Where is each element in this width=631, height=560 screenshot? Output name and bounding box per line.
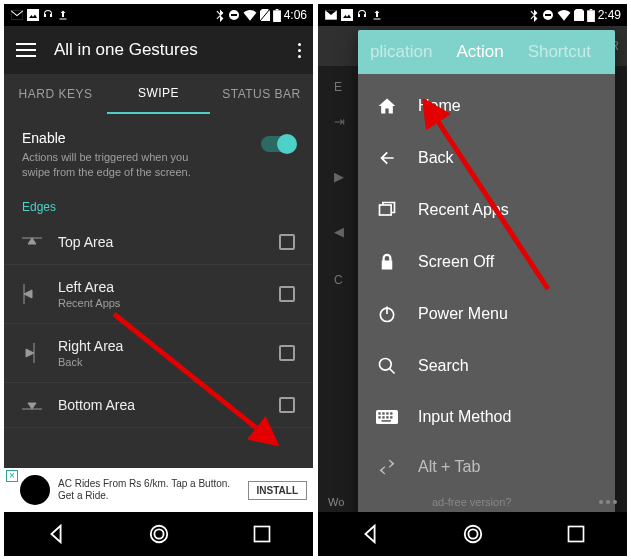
wifi-icon [557, 9, 571, 21]
tab-shortcut[interactable]: Shortcut [516, 42, 603, 62]
action-alt-tab[interactable]: Alt + Tab [358, 442, 615, 492]
keyboard-icon [376, 409, 398, 425]
bluetooth-icon [215, 8, 225, 22]
row-label: Top Area [58, 234, 279, 250]
svg-point-17 [380, 359, 392, 371]
dnd-icon [542, 9, 554, 21]
left-edge-icon [22, 284, 58, 304]
tab-status-bar[interactable]: STATUS BAR [210, 74, 313, 114]
svg-rect-23 [390, 412, 392, 414]
gmail-icon [10, 9, 24, 21]
svg-rect-0 [27, 9, 39, 21]
svg-rect-12 [587, 10, 595, 22]
gmail-icon [324, 9, 338, 21]
svg-rect-5 [275, 9, 278, 10]
svg-rect-14 [380, 205, 392, 215]
svg-line-18 [390, 369, 395, 374]
action-search[interactable]: Search [358, 340, 615, 392]
svg-rect-4 [273, 10, 281, 22]
enable-row[interactable]: Enable Actions will be triggered when yo… [4, 114, 313, 190]
action-back[interactable]: Back [358, 132, 615, 184]
svg-rect-13 [589, 9, 592, 10]
tab-swipe[interactable]: SWIPE [107, 74, 210, 114]
dialog-tabs: plication Action Shortcut [358, 30, 615, 74]
svg-point-29 [465, 526, 482, 543]
image-icon [27, 9, 39, 21]
swap-icon [376, 459, 398, 475]
svg-rect-20 [378, 412, 380, 414]
nav-bar [318, 512, 627, 556]
svg-point-6 [151, 526, 168, 543]
svg-rect-31 [569, 527, 584, 542]
nav-back-icon[interactable] [359, 523, 381, 545]
row-sub: Back [58, 356, 279, 368]
action-home[interactable]: Home [358, 80, 615, 132]
tab-application[interactable]: plication [358, 42, 444, 62]
svg-rect-2 [231, 14, 237, 16]
recent-icon [376, 200, 398, 220]
status-bar: 4:06 [4, 4, 313, 26]
checkbox[interactable] [279, 234, 295, 250]
row-left-area[interactable]: Left Area Recent Apps [4, 265, 313, 324]
ad-close-icon[interactable]: × [6, 470, 18, 482]
tab-action[interactable]: Action [444, 42, 515, 62]
bottom-edge-icon [22, 399, 58, 411]
nav-back-icon[interactable] [45, 523, 67, 545]
footer-right: ad-free version? [432, 496, 512, 508]
footer-left: Wo [328, 496, 344, 508]
status-bar: 2:49 [318, 4, 627, 26]
footer: Wo ad-free version? [328, 496, 617, 508]
lock-icon [376, 252, 398, 272]
action-screen-off[interactable]: Screen Off [358, 236, 615, 288]
ad-install-button[interactable]: INSTALL [248, 481, 307, 500]
nav-home-icon[interactable] [462, 523, 484, 545]
nav-home-icon[interactable] [148, 523, 170, 545]
row-right-area[interactable]: Right Area Back [4, 324, 313, 383]
svg-rect-27 [390, 416, 392, 418]
overflow-icon[interactable] [298, 43, 301, 58]
dnd-icon [228, 9, 240, 21]
battery-icon [587, 9, 595, 22]
screen-action-picker: 2:49 AR E ⇥ ▶ ◀ C plication Action Short… [318, 4, 627, 556]
tab-bar: HARD KEYS SWIPE STATUS BAR [4, 74, 313, 114]
action-label: Alt + Tab [418, 458, 480, 476]
search-icon [376, 356, 398, 376]
screen-settings: 4:06 All in one Gestures HARD KEYS SWIPE… [4, 4, 313, 556]
headset-icon [42, 9, 54, 21]
row-bottom-area[interactable]: Bottom Area [4, 383, 313, 428]
tab-hard-keys[interactable]: HARD KEYS [4, 74, 107, 114]
app-title: All in one Gestures [54, 40, 280, 60]
image-icon [341, 9, 353, 21]
edges-label: Edges [4, 190, 313, 220]
action-power-menu[interactable]: Power Menu [358, 288, 615, 340]
svg-rect-8 [255, 527, 270, 542]
action-recent-apps[interactable]: Recent Apps [358, 184, 615, 236]
enable-title: Enable [22, 130, 261, 146]
action-label: Search [418, 357, 469, 375]
svg-rect-26 [386, 416, 388, 418]
nav-bar [4, 512, 313, 556]
svg-rect-22 [386, 412, 388, 414]
top-edge-icon [22, 236, 58, 248]
ad-banner[interactable]: × AC Rides From Rs 6/km. Tap a Button. G… [4, 468, 313, 512]
row-label: Right Area [58, 338, 279, 354]
action-label: Back [418, 149, 454, 167]
row-top-area[interactable]: Top Area [4, 220, 313, 265]
nav-recent-icon[interactable] [252, 524, 272, 544]
enable-toggle[interactable] [261, 136, 295, 152]
menu-icon[interactable] [16, 43, 36, 57]
nav-recent-icon[interactable] [566, 524, 586, 544]
row-label: Bottom Area [58, 397, 279, 413]
checkbox[interactable] [279, 345, 295, 361]
svg-rect-25 [382, 416, 384, 418]
headset-icon [356, 9, 368, 21]
svg-rect-24 [378, 416, 380, 418]
checkbox[interactable] [279, 286, 295, 302]
checkbox[interactable] [279, 397, 295, 413]
svg-rect-11 [545, 14, 551, 16]
ad-text: AC Rides From Rs 6/km. Tap a Button. Get… [58, 478, 248, 502]
battery-icon [273, 9, 281, 22]
action-label: Input Method [418, 408, 511, 426]
action-input-method[interactable]: Input Method [358, 392, 615, 442]
enable-subtitle: Actions will be triggered when you swipe… [22, 150, 202, 180]
